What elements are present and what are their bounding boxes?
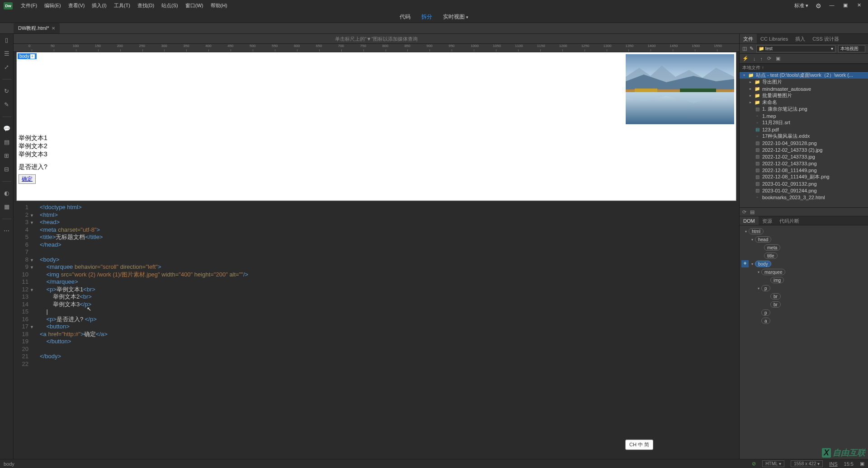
grid-icon[interactable]: ⊞ <box>3 152 10 159</box>
file-row[interactable]: ▧2022-12-02_143733 (2).jpg <box>740 146 868 153</box>
refresh-icon[interactable]: ↻ <box>3 88 10 95</box>
status-lang[interactable]: HTML ▾ <box>762 460 784 467</box>
right-panel: 文件CC Libraries插入CSS 设计器 ◫ ✎ 📁 test▾ 本地视图… <box>739 34 868 459</box>
menu-查找(D)[interactable]: 查找(D) <box>134 3 158 8</box>
ruler[interactable]: 0501001502002503003504004505005506006507… <box>14 44 739 52</box>
layout-icon[interactable]: ▤ <box>3 139 10 146</box>
code-content[interactable]: <!doctype html> <html> <head> <meta char… <box>36 202 739 459</box>
code-editor[interactable]: 1 2▼3▼4 5 6 7 8▼9▼10 11 12▼13 14 15 16 1… <box>14 202 739 459</box>
dom-tree[interactable]: ▾html ▾head meta title +▾body ▾marquee i… <box>740 225 868 459</box>
file-row[interactable]: ▧2022-12-02_143733.png <box>740 160 868 167</box>
view-dropdown[interactable]: 本地视图 <box>838 45 865 52</box>
plus-icon[interactable]: + <box>30 54 35 59</box>
dom-node-img[interactable]: img <box>770 277 784 283</box>
menu-帮助(H)[interactable]: 帮助(H) <box>207 3 231 8</box>
view-code[interactable]: 代码 <box>397 12 413 22</box>
site-dropdown[interactable]: 📁 test▾ <box>756 45 835 52</box>
file-tab-name: DW教程.html* <box>18 25 49 32</box>
refresh-tree-icon[interactable]: ⟳ <box>742 209 746 215</box>
dom-node-body[interactable]: body <box>755 261 771 267</box>
site-root[interactable]: ▾📁 站点 - test (D:\tools\桌面\work（2）\work (… <box>740 72 868 79</box>
status-bar: body ⊘ HTML ▾ 1558 x 422 ▾ INS 15:5 ▣ <box>0 459 868 468</box>
close-tab-icon[interactable]: ✕ <box>52 26 55 31</box>
minimize-button[interactable]: — <box>826 2 837 9</box>
dom-node-head[interactable]: head <box>755 236 771 243</box>
dom-tab-0[interactable]: DOM <box>740 216 759 225</box>
file-row[interactable]: ▤123.pdf <box>740 126 868 133</box>
comment-icon[interactable]: 💬 <box>3 125 10 132</box>
file-row[interactable]: ▫bookmarks_2023_3_22.html <box>740 194 868 201</box>
file-row[interactable]: ▧2023-01-02_091132.png <box>740 180 868 187</box>
file-row[interactable]: ▧2023-01-02_091244.png <box>740 187 868 194</box>
local-files-header[interactable]: 本地文件 ↑ <box>740 64 868 72</box>
connect-icon[interactable]: ⚡ <box>742 56 749 61</box>
folder-row[interactable]: ▸📁mindmaster_autosave <box>740 85 868 92</box>
close-button[interactable]: ✕ <box>854 2 864 9</box>
preview-confirm-button[interactable]: 确定 <box>19 174 36 184</box>
file-row[interactable]: ▫17种头脑风暴法.eddx <box>740 133 868 140</box>
folder-row[interactable]: ▸📁导出图片 <box>740 79 868 85</box>
gear-icon[interactable]: ⚙ <box>813 2 824 9</box>
file-tree[interactable]: ▾📁 站点 - test (D:\tools\桌面\work（2）\work (… <box>740 72 868 207</box>
put-icon[interactable]: ↑ <box>760 56 763 61</box>
file-row[interactable]: ▧2022-12-02_143733.jpg <box>740 153 868 160</box>
folder-row[interactable]: ▸📁未命名 <box>740 99 868 106</box>
dom-node-html[interactable]: html <box>749 228 764 234</box>
menu-文件(F)[interactable]: 文件(F) <box>17 3 41 8</box>
status-ok-icon: ⊘ <box>752 461 756 467</box>
file-row[interactable]: ▧2022-12-08_111449_副本.png <box>740 173 868 180</box>
manage-icon[interactable]: ☰ <box>3 50 10 57</box>
file-row[interactable]: ▧2022-12-08_111449.png <box>740 167 868 173</box>
live-preview[interactable]: body + <box>16 52 736 201</box>
file-row[interactable]: ▫11月28日.srt <box>740 119 868 126</box>
dom-node-br1[interactable]: br <box>770 293 781 300</box>
status-size[interactable]: 1558 x 422 ▾ <box>791 460 823 467</box>
view-split[interactable]: 拆分 <box>419 12 435 22</box>
file-icon[interactable]: ▯ <box>3 37 10 44</box>
get-icon[interactable]: ↓ <box>753 56 756 61</box>
menu-插入(I)[interactable]: 插入(I) <box>88 3 110 8</box>
sync-icon[interactable]: ⟳ <box>767 56 771 61</box>
brush-icon[interactable]: ✎ <box>3 101 10 108</box>
dom-tab-2[interactable]: 代码片断 <box>776 216 803 225</box>
dom-node-title[interactable]: title <box>764 253 778 259</box>
folder-row[interactable]: ▸📁批量调整图片 <box>740 92 868 99</box>
file-row[interactable]: ▫1.mep <box>740 112 868 119</box>
dom-node-br2[interactable]: br <box>770 301 781 308</box>
workspace-switcher[interactable]: 标准 ▾ <box>793 2 810 9</box>
menu-编辑(E)[interactable]: 编辑(E) <box>41 3 65 8</box>
expand-icon[interactable]: ⤢ <box>3 64 10 71</box>
file-row[interactable]: ▧1. 康奈尔笔记法.png <box>740 106 868 112</box>
add-node-button[interactable]: + <box>741 260 749 267</box>
panel-tab-2[interactable]: 插入 <box>792 34 809 43</box>
menu-工具(T)[interactable]: 工具(T) <box>110 3 134 8</box>
color-icon[interactable]: ◐ <box>3 190 10 197</box>
file-tab[interactable]: DW教程.html* ✕ <box>14 23 60 33</box>
dom-node-p2[interactable]: p <box>761 309 770 316</box>
expand-tree-icon[interactable]: ▣ <box>776 56 780 61</box>
panel-tab-3[interactable]: CSS 设计器 <box>809 34 843 43</box>
dom-node-marquee[interactable]: marquee <box>761 269 785 275</box>
log-icon[interactable]: ▤ <box>750 209 755 215</box>
menu-查看(V)[interactable]: 查看(V) <box>65 3 89 8</box>
ruler-icon[interactable]: ⊟ <box>3 166 10 173</box>
dom-node-meta[interactable]: meta <box>764 244 780 251</box>
status-view-icon[interactable]: ▣ <box>860 461 864 467</box>
maximize-button[interactable]: ▣ <box>840 2 851 9</box>
dom-node-p1[interactable]: p <box>761 285 770 291</box>
status-ins[interactable]: INS <box>829 461 837 467</box>
preview-icon[interactable]: ▦ <box>3 203 10 211</box>
view-live[interactable]: 实时视图 <box>440 12 471 22</box>
define-icon[interactable]: ✎ <box>750 46 754 51</box>
dom-node-a[interactable]: a <box>761 318 770 324</box>
panel-tab-1[interactable]: CC Libraries <box>757 34 792 43</box>
panel-tab-0[interactable]: 文件 <box>740 34 757 43</box>
server-icon[interactable]: ◫ <box>742 46 747 51</box>
menu-窗口(W)[interactable]: 窗口(W) <box>182 3 207 8</box>
status-path[interactable]: body <box>4 461 14 467</box>
dom-tab-1[interactable]: 资源 <box>759 216 776 225</box>
file-row[interactable]: ▧2022-10-04_093128.png <box>740 140 868 146</box>
body-tag-indicator[interactable]: body + <box>18 53 37 59</box>
menu-站点(S)[interactable]: 站点(S) <box>158 3 182 8</box>
more-icon[interactable]: ⋯ <box>3 227 10 234</box>
